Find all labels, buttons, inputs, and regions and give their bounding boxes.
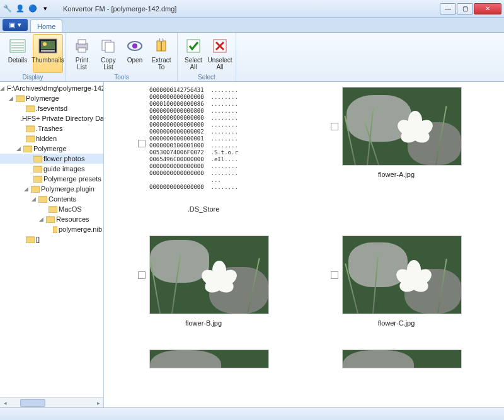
svg-rect-26: [23, 146, 32, 152]
thumb-cell-partial[interactable]: [302, 349, 491, 368]
scroll-left-icon[interactable]: ◂: [0, 400, 10, 406]
hexdump-preview: 0000000142756431 ........ 00000000000000…: [149, 87, 269, 200]
thumb-caption: flower-B.jpg: [185, 319, 222, 327]
tree-item[interactable]: MacOS: [59, 205, 82, 213]
print-list-button[interactable]: Print List: [69, 34, 95, 73]
tree-item[interactable]: .fseventsd: [36, 105, 67, 112]
thumb-checkbox[interactable]: [138, 140, 146, 147]
folder-icon: [26, 125, 35, 132]
twisty-icon[interactable]: ◢: [30, 196, 37, 202]
main-area: ◢F:\Archives\dmg\polymerge-142.dmg ◢Poly…: [0, 82, 504, 407]
thumb-image: [342, 236, 462, 314]
svg-rect-34: [53, 227, 57, 233]
twisty-icon[interactable]: ◢: [38, 216, 45, 222]
svg-rect-10: [78, 40, 86, 44]
tree-item[interactable]: .Trashes: [36, 125, 62, 132]
app-menu-icon: ▣ ▾: [9, 21, 21, 29]
thumb-checkbox[interactable]: [331, 123, 338, 130]
tree-horizontal-scrollbar[interactable]: ◂ ▸: [0, 397, 103, 407]
details-label: Details: [8, 57, 28, 64]
svg-rect-13: [105, 42, 114, 52]
thumb-caption: flower-C.jpg: [378, 319, 415, 327]
tree-item[interactable]: .HFS+ Private Directory Data: [20, 115, 104, 122]
ribbon-group-display: Details Thumbnails Display: [0, 33, 66, 81]
svg-point-17: [159, 38, 163, 42]
details-icon: [8, 37, 27, 55]
thumb-cell-dsstore[interactable]: 0000000142756431 ........ 00000000000000…: [109, 87, 298, 213]
tab-home[interactable]: Home: [30, 20, 62, 32]
ribbon-group-tools: Print List Copy List Open Extract To Too…: [66, 33, 178, 81]
thumb-cell-partial[interactable]: [109, 349, 298, 368]
thumb-cell-flower-c[interactable]: flower-C.jpg: [302, 236, 491, 327]
thumb-checkbox[interactable]: [138, 271, 146, 279]
qat-icon-3[interactable]: 🔵: [28, 4, 38, 14]
maximize-button[interactable]: ▢: [457, 3, 473, 14]
twisty-icon[interactable]: ◢: [8, 95, 14, 101]
folder-icon: [49, 205, 57, 213]
tree-item[interactable]: guide images: [43, 165, 84, 173]
minimize-button[interactable]: —: [440, 3, 456, 14]
open-label: Open: [127, 57, 142, 64]
copy-list-label: Copy List: [101, 57, 115, 71]
select-all-label: Select All: [185, 57, 202, 71]
details-button[interactable]: Details: [3, 34, 33, 73]
open-icon: [125, 37, 144, 55]
tree-item-selected[interactable]: flower photos: [43, 155, 84, 162]
folder-tree[interactable]: ◢F:\Archives\dmg\polymerge-142.dmg ◢Poly…: [0, 82, 103, 246]
qat-icon-1[interactable]: 🔧: [3, 4, 13, 14]
extract-to-button[interactable]: Extract To: [148, 34, 175, 73]
thumb-checkbox[interactable]: [331, 271, 338, 279]
tree-item[interactable]: Resources: [56, 215, 89, 223]
tree-item[interactable]: Polymerge: [33, 145, 67, 152]
unselect-all-button[interactable]: Unselect All: [207, 34, 233, 73]
extract-icon: [152, 37, 171, 55]
svg-rect-27: [33, 156, 42, 162]
unselect-all-icon: [210, 37, 229, 55]
ribbon-tab-row: ▣ ▾ Home: [0, 18, 504, 33]
folder-icon: [53, 225, 57, 233]
select-all-button[interactable]: Select All: [180, 34, 207, 73]
tree-item[interactable]: Polymerge.plugin: [41, 185, 94, 193]
svg-rect-33: [46, 217, 55, 223]
thumb-image: [149, 349, 269, 368]
tree-item[interactable]: []: [36, 236, 40, 243]
group-display-label: Display: [3, 73, 63, 81]
thumb-caption: .DS_Store: [188, 205, 220, 213]
twisty-icon[interactable]: ◢: [15, 145, 22, 152]
svg-rect-11: [78, 48, 86, 52]
qat-icon-2[interactable]: 👤: [15, 4, 25, 14]
folder-icon: [26, 236, 35, 243]
tree-item[interactable]: polymerge.nib: [59, 225, 102, 233]
thumbnail-pane[interactable]: 0000000142756431 ........ 00000000000000…: [104, 82, 504, 407]
thumb-cell-flower-b[interactable]: flower-B.jpg: [109, 236, 298, 327]
svg-point-7: [43, 42, 47, 46]
folder-icon: [16, 94, 25, 102]
app-menu-button[interactable]: ▣ ▾: [3, 19, 28, 31]
folder-icon: [46, 215, 55, 223]
scrollbar-thumb[interactable]: [20, 399, 45, 407]
thumb-cell-flower-a[interactable]: flower-A.jpg: [302, 87, 491, 213]
tree-item[interactable]: Polymerge: [26, 94, 59, 102]
svg-rect-31: [38, 196, 47, 203]
copy-list-button[interactable]: Copy List: [95, 34, 122, 73]
tree-root[interactable]: F:\Archives\dmg\polymerge-142.dmg: [7, 84, 104, 92]
print-list-label: Print List: [76, 57, 89, 71]
twisty-icon[interactable]: ◢: [23, 186, 30, 192]
qat-dropdown-icon[interactable]: ▾: [40, 4, 50, 14]
quick-access-toolbar: 🔧 👤 🔵 ▾: [3, 4, 50, 14]
statusbar: [0, 407, 504, 420]
close-button[interactable]: ✕: [474, 3, 501, 14]
ribbon: Details Thumbnails Display Print List Co…: [0, 33, 504, 82]
tree-item[interactable]: hidden: [36, 135, 57, 142]
print-icon: [72, 37, 91, 55]
tree-pane: ◢F:\Archives\dmg\polymerge-142.dmg ◢Poly…: [0, 82, 104, 407]
tree-item[interactable]: Polymerge presets: [43, 175, 101, 183]
thumbnails-button[interactable]: Thumbnails: [33, 34, 63, 73]
svg-rect-28: [33, 166, 42, 173]
select-all-icon: [184, 37, 203, 55]
scroll-right-icon[interactable]: ▸: [93, 400, 103, 406]
twisty-icon[interactable]: ◢: [0, 85, 4, 91]
svg-rect-6: [41, 41, 55, 49]
tree-item[interactable]: Contents: [49, 195, 76, 203]
open-button[interactable]: Open: [122, 34, 148, 73]
